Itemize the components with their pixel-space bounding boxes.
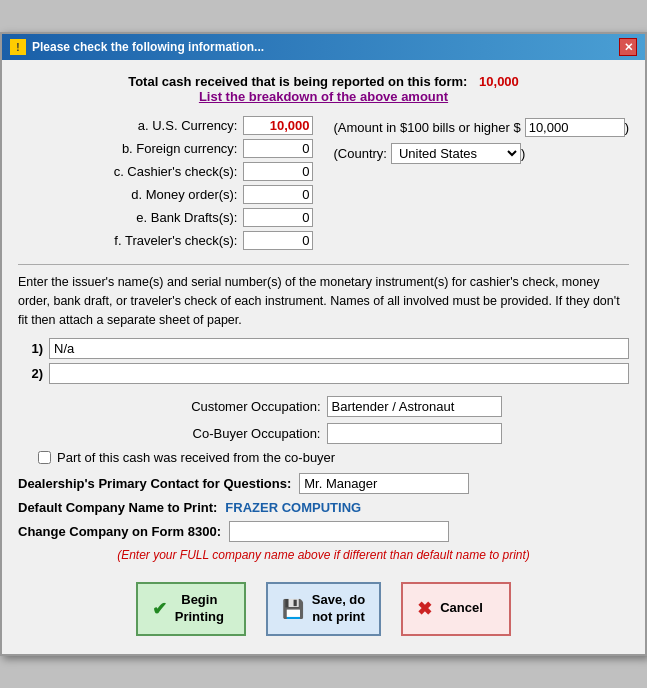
- country-select[interactable]: United States: [391, 143, 521, 164]
- total-label: Total cash received that is being report…: [128, 74, 467, 89]
- left-col: a. U.S. Currency: b. Foreign currency: c…: [18, 116, 313, 254]
- amount-input[interactable]: [525, 118, 625, 137]
- cancel-button[interactable]: ✖ Cancel: [401, 582, 511, 636]
- cancel-icon: ✖: [417, 598, 432, 620]
- label-foreign: b. Foreign currency:: [122, 141, 238, 156]
- change-company-input[interactable]: [229, 521, 449, 542]
- begin-printing-button[interactable]: ✔ Begin Printing: [136, 582, 246, 636]
- field-row-bank: e. Bank Drafts(s):: [18, 208, 313, 227]
- serial-input-1[interactable]: [49, 338, 629, 359]
- change-company-label: Change Company on Form 8300:: [18, 524, 221, 539]
- label-usc: a. U.S. Currency:: [138, 118, 238, 133]
- button-row: ✔ Begin Printing 💾 Save, do not print ✖ …: [18, 574, 629, 640]
- change-company-row: Change Company on Form 8300:: [18, 521, 629, 542]
- save-icon: 💾: [282, 598, 304, 620]
- header-total-line: Total cash received that is being report…: [18, 74, 629, 89]
- dialog-body: Total cash received that is being report…: [2, 60, 645, 653]
- begin-printing-label: Begin Printing: [175, 592, 224, 626]
- input-money[interactable]: [243, 185, 313, 204]
- warning-icon: !: [10, 39, 26, 55]
- label-cashier: c. Cashier's check(s):: [114, 164, 238, 179]
- breakdown-grid: a. U.S. Currency: b. Foreign currency: c…: [18, 116, 629, 254]
- default-company-label: Default Company Name to Print:: [18, 500, 217, 515]
- field-row-usc: a. U.S. Currency:: [18, 116, 313, 135]
- instructions-text: Enter the issuer's name(s) and serial nu…: [18, 273, 629, 329]
- input-usc[interactable]: [243, 116, 313, 135]
- serial-label-2: 2): [18, 366, 43, 381]
- field-row-traveler: f. Traveler's check(s):: [18, 231, 313, 250]
- checkbox-label: Part of this cash was received from the …: [57, 450, 335, 465]
- save-not-print-button[interactable]: 💾 Save, do not print: [266, 582, 381, 636]
- default-company-row: Default Company Name to Print: FRAZER CO…: [18, 500, 629, 515]
- contact-row: Dealership's Primary Contact for Questio…: [18, 473, 629, 494]
- dialog-title: Please check the following information..…: [32, 40, 264, 54]
- serial-label-1: 1): [18, 341, 43, 356]
- input-foreign[interactable]: [243, 139, 313, 158]
- serial-row-2: 2): [18, 363, 629, 384]
- breakdown-link[interactable]: List the breakdown of the above amount: [18, 89, 629, 104]
- total-amount: 10,000: [479, 74, 519, 89]
- input-bank[interactable]: [243, 208, 313, 227]
- cobuyer-occ-input[interactable]: [327, 423, 502, 444]
- cancel-label: Cancel: [440, 600, 483, 617]
- warning-text: (Enter your FULL company name above if d…: [18, 548, 629, 562]
- title-bar-left: ! Please check the following information…: [10, 39, 264, 55]
- cobuyer-checkbox[interactable]: [38, 451, 51, 464]
- divider-1: [18, 264, 629, 265]
- contact-input[interactable]: [299, 473, 469, 494]
- country-row: (Country: United States ): [333, 143, 629, 164]
- form-section: Customer Occupation: Co-Buyer Occupation…: [18, 396, 629, 465]
- customer-occ-input[interactable]: [327, 396, 502, 417]
- input-cashier[interactable]: [243, 162, 313, 181]
- field-row-foreign: b. Foreign currency:: [18, 139, 313, 158]
- serial-input-2[interactable]: [49, 363, 629, 384]
- save-label: Save, do not print: [312, 592, 365, 626]
- field-row-money: d. Money order(s):: [18, 185, 313, 204]
- amount-close-paren: ): [625, 120, 629, 135]
- check-icon: ✔: [152, 598, 167, 620]
- amount-row: (Amount in $100 bills or higher $ ): [333, 118, 629, 137]
- checkbox-row: Part of this cash was received from the …: [18, 450, 629, 465]
- amount-label: (Amount in $100 bills or higher $: [333, 120, 520, 135]
- customer-occ-label: Customer Occupation:: [146, 399, 321, 414]
- title-bar: ! Please check the following information…: [2, 34, 645, 60]
- customer-occ-row: Customer Occupation:: [18, 396, 629, 417]
- cobuyer-occ-row: Co-Buyer Occupation:: [18, 423, 629, 444]
- label-money: d. Money order(s):: [131, 187, 237, 202]
- country-close-paren: ): [521, 146, 525, 161]
- header-section: Total cash received that is being report…: [18, 74, 629, 104]
- serial-row-1: 1): [18, 338, 629, 359]
- dialog: ! Please check the following information…: [0, 32, 647, 655]
- label-traveler: f. Traveler's check(s):: [114, 233, 237, 248]
- label-bank: e. Bank Drafts(s):: [136, 210, 237, 225]
- cobuyer-occ-label: Co-Buyer Occupation:: [146, 426, 321, 441]
- default-company-value: FRAZER COMPUTING: [225, 500, 361, 515]
- country-label: (Country:: [333, 146, 386, 161]
- right-col: (Amount in $100 bills or higher $ ) (Cou…: [333, 116, 629, 254]
- close-button[interactable]: ✕: [619, 38, 637, 56]
- contact-label: Dealership's Primary Contact for Questio…: [18, 476, 291, 491]
- field-row-cashier: c. Cashier's check(s):: [18, 162, 313, 181]
- input-traveler[interactable]: [243, 231, 313, 250]
